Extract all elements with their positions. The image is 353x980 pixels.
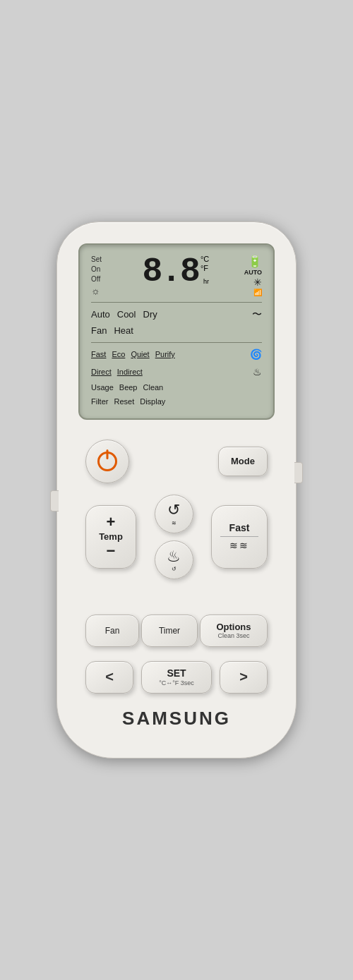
nav-right-button[interactable]: > [220,661,268,694]
side-tab-right [294,462,303,483]
nav-right-icon: > [239,669,248,685]
fan-label: Fan [105,626,120,636]
fast-divider [220,536,259,537]
lcd-wave-icon: 〜 [252,306,262,323]
lcd-hr: hr [203,278,209,285]
lcd-mode-row2: Fan Heat [91,323,262,339]
fan-buttons-center: ↺ ≋ ♨ ↺ [155,495,193,579]
lcd-celsius: °C [201,255,209,264]
lcd-purify-icon: 🌀 [250,346,262,363]
lcd-options-row2: Direct Indirect ♨ [91,364,262,381]
button-row-2: + Temp − ↺ ≋ ♨ ↺ Fast ≋≋ [78,495,275,579]
fan-direction-button[interactable]: ↺ ≋ [155,495,193,533]
lcd-divider [91,302,262,303]
lcd-auto-label: AUTO [244,269,262,276]
mode-label: Mode [231,456,255,466]
temp-label: Temp [99,531,123,542]
lcd-fan-icon: ✳ [253,277,262,288]
set-button[interactable]: SET °C↔°F 3sec [141,661,212,694]
lcd-set-labels: Set On Off ☼ [91,255,102,298]
lcd-info-row2: Filter Reset Display [91,395,262,409]
fan-direction-icon: ↺ [167,501,180,519]
remote-body: Set On Off ☼ 8.8 °C °F hr 🔋 AUTO ✳ 📶 [56,222,297,758]
lcd-right-icons: 🔋 AUTO ✳ 📶 [244,255,262,296]
fast-button[interactable]: Fast ≋≋ [211,505,268,569]
options-top-label: Options [216,622,251,632]
nav-left-button[interactable]: < [85,661,133,694]
set-bottom-label: °C↔°F 3sec [159,679,194,688]
lcd-digit-area: 8.8 °C °F hr [107,255,244,289]
buttons-section: Mode + Temp − ↺ ≋ ♨ ↺ [78,440,275,694]
timer-label: Timer [159,626,180,636]
nav-left-icon: < [105,669,114,685]
lcd-modes: Auto Cool Dry 〜 Fan Heat Fast Eco Quiet … [91,306,262,409]
temp-button[interactable]: + Temp − [85,505,136,569]
power-button[interactable] [85,440,129,483]
lcd-swing-icon: ♨ [253,364,262,381]
fast-top-label: Fast [229,522,250,533]
lcd-fahrenheit: °F [201,264,208,273]
lcd-mode-row1: Auto Cool Dry 〜 [91,306,262,323]
button-row-3: Fan Timer Options Clean 3sec [78,615,275,647]
fan-direction-sub: ≋ [172,520,176,526]
timer-button[interactable]: Timer [141,615,198,647]
button-row-4: < SET °C↔°F 3sec > [78,661,275,694]
lcd-divider2 [91,342,262,343]
mode-button[interactable]: Mode [218,447,268,476]
fan-swing-button[interactable]: ♨ ↺ [155,540,193,579]
temp-plus-label: + [107,514,116,530]
side-tab-left [50,490,59,512]
fast-bottom-icon: ≋≋ [229,540,249,551]
lcd-display: Set On Off ☼ 8.8 °C °F hr 🔋 AUTO ✳ 📶 [78,243,275,419]
fan-swing-sub: ↺ [172,566,176,572]
options-button[interactable]: Options Clean 3sec [200,615,268,647]
lcd-signal-icon: 📶 [253,289,262,296]
lcd-battery-icon: 🔋 [248,255,262,268]
lcd-options-row1: Fast Eco Quiet Purify 🌀 [91,346,262,363]
lcd-power-icon: ☼ [91,284,102,298]
temp-minus-label: − [107,543,116,559]
set-top-label: SET [167,667,186,679]
fan-swing-icon: ♨ [167,548,181,566]
options-bottom-label: Clean 3sec [217,632,249,639]
fan-button[interactable]: Fan [85,615,139,647]
power-icon [97,452,117,471]
lcd-digits: 8.8 [142,255,198,289]
button-row-1: Mode [78,440,275,483]
lcd-info-row1: Usage Beep Clean [91,381,262,394]
samsung-logo: SAMSUNG [78,708,275,730]
